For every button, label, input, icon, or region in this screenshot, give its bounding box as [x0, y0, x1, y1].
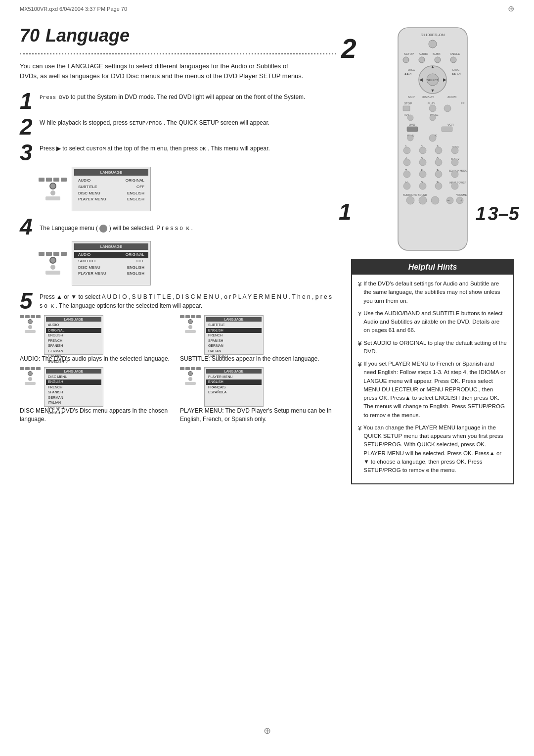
dk2 — [28, 377, 32, 381]
si3 — [191, 315, 195, 318]
svg-point-28 — [429, 105, 436, 112]
svg-point-65 — [435, 171, 442, 178]
screen-row-2: SUBTITLEOFF — [74, 184, 148, 190]
svg-point-33 — [407, 115, 413, 121]
audio-opt-4: SPANISH — [46, 343, 101, 349]
svg-point-73 — [435, 183, 442, 189]
sub-opt-2: FRENCH — [206, 333, 262, 338]
ai2 — [25, 315, 30, 318]
pi4 — [196, 367, 201, 370]
overlay-num-1: 1 — [339, 199, 352, 225]
step-4-screen-area: LANGUAGE AUDIOORIGINAL SUBTITLEOFF DISC … — [39, 241, 336, 285]
svg-rect-27 — [403, 106, 410, 111]
step-1-content: Press DVD to put the System in DVD mode.… — [40, 90, 336, 102]
svg-point-10 — [450, 57, 456, 63]
step-3-screen: LANGUAGE AUDIOORIGINAL SUBTITLEOFF DISC … — [72, 167, 151, 211]
svg-point-8 — [419, 57, 425, 63]
screen-header-4: LANGUAGE — [74, 243, 148, 250]
overlay-num-2: 2 — [341, 35, 356, 62]
step-5-number: 5 — [20, 289, 40, 312]
intro-paragraph: You can use the LANGUAGE settings to sel… — [20, 61, 307, 81]
step-2-text-pre: W hile playback is stopped, press — [40, 119, 129, 126]
header-bar: MX5100VR.qxd 6/04/2004 3:37 PM Page 70 ⊕ — [0, 0, 534, 15]
audio-opt-3: FRENCH — [46, 338, 101, 344]
pk2 — [188, 377, 192, 381]
dev-icons-sub — [180, 315, 201, 333]
hint-1-text: If the DVD's default settings for Audio … — [363, 280, 507, 305]
ai3 — [31, 315, 35, 318]
right-column: 2 1 1 3–5 S1100ER-ON — [351, 25, 514, 484]
step-1-number: 1 — [20, 90, 40, 112]
aslot — [25, 330, 36, 333]
page-number: 70 — [20, 25, 40, 46]
svg-text:SKIP: SKIP — [408, 95, 415, 98]
svg-text:PLAY: PLAY — [428, 102, 435, 105]
svg-text:▶▶ CH: ▶▶ CH — [452, 72, 461, 75]
helpful-hints-box: Helpful Hints ¥ If the DVD's default set… — [351, 259, 514, 484]
svg-point-74 — [451, 183, 458, 189]
svg-point-9 — [435, 57, 441, 63]
svg-text:FF: FF — [461, 102, 465, 105]
step-3-screen-area: LANGUAGE AUDIOORIGINAL SUBTITLEOFF DISC … — [39, 167, 336, 211]
step-3-text-pre: Press ▶ to select — [40, 145, 86, 152]
svg-text:▶: ▶ — [443, 77, 446, 82]
svg-point-64 — [419, 171, 426, 178]
svg-text:SELECT: SELECT — [427, 79, 439, 82]
dk1 — [28, 371, 33, 376]
svg-point-7 — [403, 57, 409, 63]
sub-opt-5: ITALIAN — [206, 349, 262, 354]
title-row: 70 Language — [20, 25, 336, 49]
audio-sub-header-row: AUDIO — [46, 323, 101, 328]
di2 — [25, 367, 30, 370]
svg-text:SURROUND SOUND: SURROUND SOUND — [403, 193, 427, 196]
hint-2-bullet: ¥ — [358, 309, 361, 319]
pi1 — [180, 367, 184, 370]
step-4-mono: O K — [179, 226, 189, 232]
screen-row-4-1: AUDIOORIGINAL — [74, 252, 148, 258]
svg-text:INPUT POWER: INPUT POWER — [449, 181, 467, 184]
svg-text:VCR: VCR — [447, 123, 454, 126]
svg-text:S1100ER-ON: S1100ER-ON — [421, 33, 445, 37]
sub-screen-subtitle: LANGUAGE SUBTITLE ENGLISH FRENCH SPANISH… — [204, 315, 264, 355]
pk1 — [188, 371, 193, 376]
svg-point-63 — [403, 171, 410, 178]
audio-opt-2: ENGLISH — [46, 333, 101, 338]
svg-point-56 — [419, 159, 426, 166]
sub-screen-disc: LANGUAGE DISC MENU ENGLISH FRENCH SPANIS… — [44, 367, 103, 407]
step-3-mono2: OK — [199, 146, 206, 152]
overlay-num-3-5: 1 — [476, 203, 486, 224]
svg-text:SUBT.: SUBT. — [433, 52, 441, 55]
svg-point-57 — [435, 159, 442, 166]
si2 — [185, 315, 190, 318]
player-opt-3: ESPAÑOLA — [206, 390, 262, 395]
svg-text:AUDIO: AUDIO — [419, 52, 428, 55]
dev-icons-player — [180, 367, 201, 385]
header-meta: MX5100VR.qxd 6/04/2004 3:37 PM Page 70 — [20, 6, 127, 12]
hint-2: ¥ Use the AUDIO/BAND and SUBTITLE button… — [358, 309, 507, 335]
hint-4-text: If you set PLAYER MENU to French or Span… — [363, 360, 507, 420]
svg-text:SETUP: SETUP — [404, 52, 414, 55]
svg-point-48 — [419, 147, 426, 154]
device-icons-left-2 — [39, 252, 67, 275]
subtitle-sub-header-row: SUBTITLE — [206, 323, 262, 328]
disc-opt-2: FRENCH — [46, 385, 101, 390]
ak2 — [28, 325, 32, 329]
hint-1: ¥ If the DVD's default settings for Audi… — [358, 280, 507, 305]
step-3-number: 3 — [20, 141, 40, 164]
step-5-text2: . The language options for the selected … — [56, 302, 203, 309]
step-4-number: 4 — [20, 215, 40, 238]
step-3-text-post: . This menu will appear. — [208, 145, 270, 152]
svg-rect-37 — [407, 127, 418, 132]
svg-point-58 — [451, 159, 458, 166]
sub-opt-4: GERMAN — [206, 343, 262, 349]
device-knob — [49, 183, 56, 189]
svg-point-50 — [451, 147, 458, 154]
sk2 — [188, 325, 192, 329]
ai4 — [36, 315, 41, 318]
dev-icons-disc — [20, 367, 41, 385]
helpful-hints-content: ¥ If the DVD's default settings for Audi… — [352, 275, 513, 483]
remote-svg: S1100ER-ON SETUP AUDIO SUBT. ANGLE — [383, 25, 482, 253]
icon-c — [53, 252, 59, 256]
hint-4-bullet: ¥ — [358, 360, 361, 370]
hint-3-text: Set AUDIO to ORIGINAL to play the defaul… — [363, 339, 507, 356]
